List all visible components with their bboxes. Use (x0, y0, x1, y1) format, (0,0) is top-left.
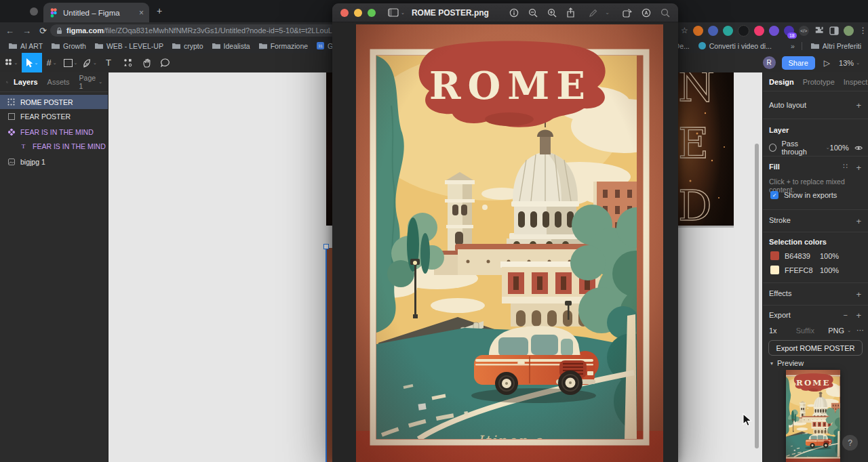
layer-row-fear-poster[interactable]: FEAR POSTER (0, 109, 108, 123)
pen-tool-button[interactable]: ⌄ (80, 53, 99, 72)
export-format-select[interactable]: PNG (828, 327, 844, 335)
visibility-eye-icon[interactable] (854, 145, 863, 151)
search-button[interactable] (660, 8, 670, 18)
fill-styles-icon[interactable]: ∷ (843, 162, 848, 171)
bookmark-folder[interactable]: AI ART (9, 42, 43, 50)
tab-inspect[interactable]: Inspect (844, 78, 867, 86)
code-extension-icon[interactable]: </> (799, 26, 809, 36)
layer-row-text[interactable]: T FEAR IS IN THE MIND (0, 139, 108, 153)
zoom-in-button[interactable] (547, 8, 557, 18)
purple-extension-icon[interactable] (769, 26, 779, 36)
tab-design[interactable]: Design (769, 78, 794, 86)
layer-row-rome-poster[interactable]: ROME POSTER (0, 95, 108, 109)
bookmark-folder[interactable]: Idealista (212, 42, 250, 50)
layer-opacity-value[interactable]: 100% (830, 144, 849, 152)
frame-tool-button[interactable]: #⌄ (42, 53, 61, 72)
color-opacity[interactable]: 100% (820, 266, 839, 274)
forward-icon[interactable]: → (22, 26, 31, 36)
markup-chevron-icon[interactable]: ⌄ (605, 9, 610, 16)
bookmark-converti[interactable]: Converti i video di... (698, 42, 772, 50)
page-selector[interactable]: Page 1 (79, 74, 96, 90)
text-tool-button[interactable]: T (99, 53, 118, 72)
export-scale[interactable]: 1x (769, 327, 777, 335)
bookmark-folder[interactable]: Growth (52, 42, 86, 50)
bookmarks-overflow-icon[interactable]: » (791, 42, 795, 50)
color-swatch[interactable] (770, 251, 779, 260)
color-hex[interactable]: FFEFC8 (785, 266, 820, 274)
rotate-button[interactable] (622, 8, 632, 18)
badged-extension-icon[interactable]: 18 (784, 26, 794, 36)
user-avatar[interactable]: R (763, 56, 776, 69)
search-icon[interactable] (6, 79, 8, 86)
layer-row-bigjpg[interactable]: bigjpg 1 (0, 154, 108, 169)
comment-tool-button[interactable] (156, 53, 175, 72)
blend-mode-icon[interactable] (769, 144, 776, 152)
auto-layout-add-icon[interactable]: + (856, 100, 861, 110)
fear-letter-n: N (678, 72, 715, 111)
bookmark-folder[interactable]: crypto (172, 42, 203, 50)
fear-poster-canvas[interactable]: N E D (677, 72, 734, 226)
share-button[interactable]: Share (782, 56, 815, 70)
move-tool-button[interactable]: ⌄ (22, 53, 42, 72)
fill-add-icon[interactable]: + (856, 163, 861, 173)
teal-extension-icon[interactable] (723, 26, 733, 36)
main-menu-button[interactable]: ⌄ (0, 53, 22, 72)
present-play-icon[interactable]: ▷ (824, 58, 830, 68)
color-opacity[interactable]: 100% (820, 252, 839, 260)
design-panel: Design Prototype Inspect Auto layout + L… (762, 72, 868, 462)
share-button-macos[interactable] (566, 7, 575, 18)
effects-add-icon[interactable]: + (856, 289, 861, 299)
tab-assets[interactable]: Assets (47, 78, 70, 86)
window-close-button[interactable] (30, 7, 38, 16)
markup-pen-button[interactable] (589, 8, 598, 18)
profile-avatar[interactable] (844, 26, 854, 36)
export-section-label: Export (769, 311, 791, 319)
export-remove-icon[interactable]: − (844, 311, 848, 319)
preview-close-button[interactable] (340, 9, 349, 17)
help-button[interactable]: ? (842, 435, 858, 450)
color-hex[interactable]: B64839 (785, 252, 820, 260)
bookmark-folder[interactable]: WEB - LEVEL-UP (95, 42, 163, 50)
bookmark-folder[interactable]: Formazione (259, 42, 308, 50)
canvas-scrollbar[interactable] (755, 144, 759, 448)
preview-titlebar[interactable]: ⌄ ROME POSTER.png ⌄ (332, 3, 678, 22)
blend-mode-value[interactable]: Pass through (781, 140, 823, 156)
browser-menu-icon[interactable]: ⋮ (859, 26, 867, 35)
color-swatch[interactable] (770, 266, 779, 274)
layer-row-component[interactable]: FEAR IS IN THE MIND (0, 125, 108, 139)
blue-extension-icon[interactable] (708, 26, 718, 36)
resources-tool-button[interactable] (118, 53, 137, 72)
tab-prototype[interactable]: Prototype (803, 78, 835, 86)
preview-window[interactable]: ⌄ ROME POSTER.png ⌄ (332, 3, 678, 462)
bookmark-star-icon[interactable]: ☆ (681, 26, 688, 35)
selection-handle[interactable] (323, 244, 329, 249)
export-suffix-input[interactable]: Suffix (796, 327, 814, 335)
stroke-add-icon[interactable]: + (856, 216, 861, 226)
zoom-menu[interactable]: 13%⌄ (839, 59, 860, 67)
split-view-icon[interactable] (829, 26, 839, 35)
hand-tool-button[interactable] (137, 53, 156, 72)
show-in-exports-checkbox[interactable]: ✓ (770, 191, 778, 199)
dark-extension-icon[interactable] (738, 25, 749, 37)
new-tab-button[interactable]: + (157, 5, 162, 16)
annotate-button[interactable] (642, 8, 651, 18)
info-button[interactable] (509, 8, 519, 18)
tab-layers[interactable]: Layers (14, 78, 37, 86)
preview-disclosure-icon[interactable]: ▾ (770, 360, 773, 366)
tab-close-icon[interactable]: × (139, 8, 144, 18)
zoom-out-button[interactable] (528, 8, 538, 18)
metamask-extension-icon[interactable] (693, 26, 703, 36)
export-button[interactable]: Export ROME POSTER (768, 340, 863, 356)
sidebar-toggle-button[interactable]: ⌄ (388, 8, 405, 17)
shape-tool-button[interactable]: ⌄ (61, 53, 80, 72)
other-bookmarks-folder[interactable]: Altri Preferiti (811, 42, 861, 50)
reload-icon[interactable]: ⟳ (39, 26, 47, 36)
preview-zoom-button[interactable] (368, 9, 376, 17)
export-more-icon[interactable]: ⋯ (856, 326, 864, 335)
preview-minimize-button[interactable] (354, 9, 362, 17)
export-add-icon[interactable]: + (856, 310, 861, 320)
back-icon[interactable]: ← (5, 26, 14, 36)
key-extension-icon[interactable] (754, 26, 764, 36)
puzzle-extensions-icon[interactable] (814, 26, 824, 35)
browser-tab[interactable]: Untitled – Figma × (43, 3, 149, 22)
